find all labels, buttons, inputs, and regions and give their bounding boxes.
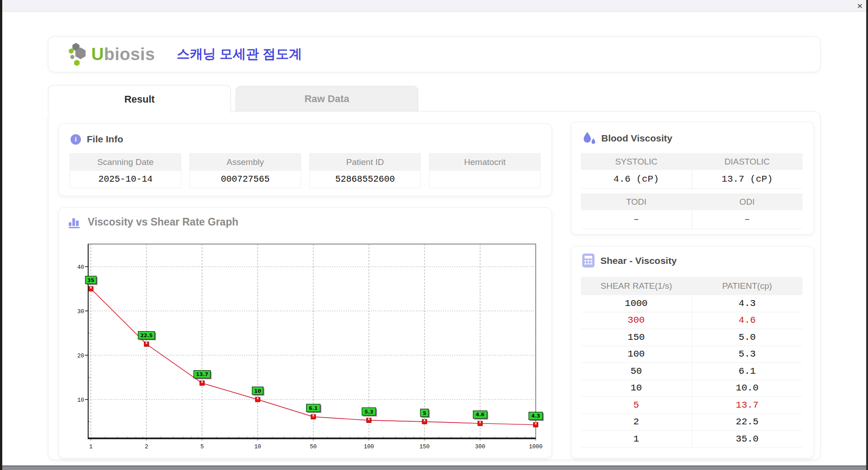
todi-header: TODI: [581, 193, 692, 210]
file-info-field: Assembly000727565: [189, 153, 301, 188]
shear-rate-cell: 1000: [581, 295, 692, 312]
svg-text:4.6: 4.6: [476, 412, 485, 418]
shear-table-row: 513.7: [581, 397, 802, 414]
field-value: [429, 171, 540, 188]
systolic-value: 4.6 (cP): [581, 170, 692, 188]
blood-table-header: SYSTOLIC DIASTOLIC: [581, 153, 802, 170]
field-value: 000727565: [190, 171, 301, 188]
svg-text:20: 20: [77, 353, 84, 359]
blood-table-values2: – –: [581, 210, 802, 229]
todi-value: –: [581, 210, 692, 229]
file-info-field: Hematocrit: [429, 153, 541, 188]
shear-rate-cell: 5: [581, 397, 692, 414]
field-label: Patient ID: [310, 154, 420, 171]
brand-text: Ubiosis: [91, 45, 155, 64]
shear-viscosity-card: Shear - Viscosity SHEAR RATE(1/s) PATIEN…: [571, 246, 814, 458]
blood-table-values: 4.6 (cP) 13.7 (cP): [581, 170, 802, 189]
svg-text:300: 300: [475, 444, 486, 450]
odi-value: –: [692, 210, 803, 229]
patient-cell: 5.0: [692, 329, 803, 346]
shear-table-header: SHEAR RATE(1/s) PATIENT(cp): [581, 277, 802, 295]
svg-text:100: 100: [364, 444, 374, 450]
patient-cell: 10.0: [692, 380, 803, 397]
patient-column-header: PATIENT(cp): [692, 277, 802, 295]
svg-text:1: 1: [89, 444, 93, 450]
svg-text:30: 30: [77, 309, 84, 315]
window-statusbar: [0, 465, 868, 470]
svg-text:50: 50: [310, 444, 316, 450]
shear-rate-cell: 10: [581, 380, 692, 397]
field-label: Assembly: [190, 154, 301, 171]
blood-viscosity-card: Blood Viscosity SYSTOLIC DIASTOLIC 4.6 (…: [571, 122, 814, 235]
result-panel: i File Info Scanning Date2025-10-14Assem…: [48, 111, 821, 460]
odi-header: ODI: [692, 193, 802, 210]
shear-table-row: 506.1: [581, 363, 802, 380]
svg-text:10: 10: [77, 397, 84, 404]
svg-text:10: 10: [254, 444, 261, 450]
graph-card: Viscosity vs Shear Rate Graph 1020304012…: [58, 207, 552, 458]
ubiosis-logo: Ubiosis: [68, 42, 155, 67]
diastolic-header: DIASTOLIC: [692, 153, 802, 170]
droplet-icon: [582, 131, 597, 146]
file-info-field: Patient ID52868552600: [309, 153, 421, 188]
systolic-header: SYSTOLIC: [581, 153, 692, 170]
patient-cell: 22.5: [692, 414, 803, 431]
viscosity-chart: 10203040125105010015030010003522.513.710…: [59, 208, 552, 459]
blood-viscosity-table: SYSTOLIC DIASTOLIC 4.6 (cP) 13.7 (cP) TO…: [581, 153, 802, 229]
shear-rate-cell: 150: [581, 329, 692, 346]
svg-text:5: 5: [423, 410, 426, 416]
app-header: Ubiosis 스캐닝 모세관 점도계: [48, 36, 821, 72]
field-value: 52868552600: [310, 171, 420, 188]
close-button[interactable]: ×: [857, 0, 863, 11]
shear-rate-column-header: SHEAR RATE(1/s): [581, 277, 692, 295]
calculator-icon: [582, 254, 594, 268]
file-info-fields: Scanning Date2025-10-14Assembly000727565…: [70, 153, 541, 188]
patient-cell: 4.3: [692, 295, 803, 312]
field-label: Hematocrit: [429, 154, 540, 171]
shear-table: SHEAR RATE(1/s) PATIENT(cp) 10004.33004.…: [581, 277, 802, 448]
shear-table-row: 10004.3: [581, 295, 802, 312]
svg-text:35: 35: [87, 277, 94, 283]
svg-text:22.5: 22.5: [140, 333, 152, 338]
svg-text:2: 2: [145, 444, 148, 450]
shear-table-row: 1005.3: [581, 346, 802, 363]
diastolic-value: 13.7 (cP): [692, 170, 803, 188]
window-border-left: [0, 0, 2, 470]
field-value: 2025-10-14: [70, 171, 181, 188]
patient-cell: 13.7: [692, 397, 803, 414]
svg-text:10: 10: [254, 388, 261, 394]
svg-text:5.3: 5.3: [364, 409, 373, 415]
blood-table-header2: TODI ODI: [581, 193, 802, 210]
patient-cell: 4.6: [692, 312, 803, 329]
shear-table-row: 1505.0: [581, 329, 802, 346]
field-label: Scanning Date: [70, 154, 181, 171]
svg-text:13.7: 13.7: [196, 371, 208, 377]
patient-cell: 35.0: [692, 431, 803, 447]
shear-table-row: 3004.6: [581, 312, 802, 329]
shear-table-row: 222.5: [581, 414, 802, 431]
window-titlebar: ×: [0, 0, 868, 12]
patient-cell: 5.3: [692, 346, 803, 363]
file-info-field: Scanning Date2025-10-14: [70, 153, 181, 188]
shear-table-body: 10004.33004.61505.01005.3506.11010.0513.…: [581, 295, 802, 448]
shear-rate-cell: 1: [581, 431, 692, 447]
ubiosis-logo-icon: [68, 42, 88, 67]
svg-text:1000: 1000: [529, 444, 542, 450]
shear-rate-cell: 100: [581, 346, 692, 363]
svg-text:4.3: 4.3: [531, 413, 540, 419]
shear-table-row: 1010.0: [581, 380, 802, 397]
shear-rate-cell: 300: [581, 312, 692, 329]
info-icon: i: [71, 134, 81, 145]
shear-rate-cell: 50: [581, 363, 692, 380]
shear-rate-cell: 2: [581, 414, 692, 431]
svg-text:5: 5: [200, 444, 204, 450]
patient-cell: 6.1: [692, 363, 803, 380]
tab-result[interactable]: Result: [48, 85, 231, 113]
file-info-card: i File Info Scanning Date2025-10-14Assem…: [58, 123, 552, 196]
shear-table-row: 135.0: [581, 431, 802, 448]
tab-raw-data[interactable]: Raw Data: [236, 86, 418, 112]
window-border-right: [866, 0, 868, 470]
svg-text:40: 40: [77, 264, 84, 271]
blood-viscosity-title: Blood Viscosity: [601, 133, 672, 144]
svg-text:150: 150: [420, 444, 430, 450]
